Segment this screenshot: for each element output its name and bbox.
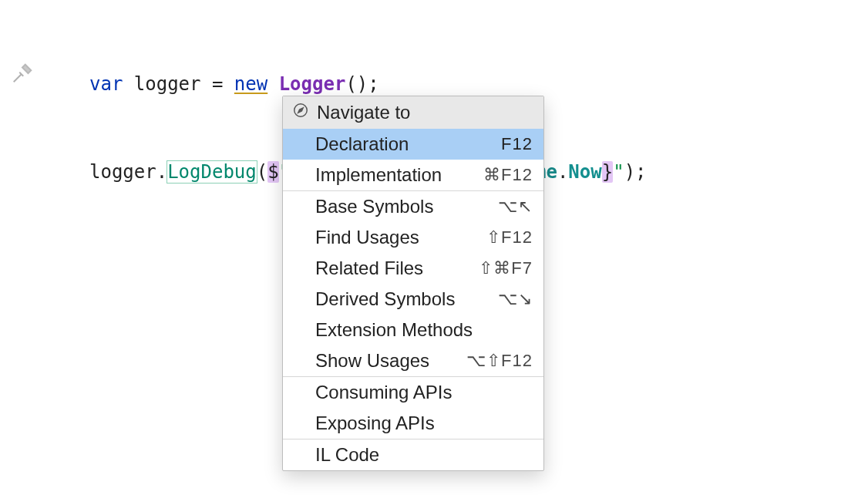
method-logdebug[interactable]: LogDebug xyxy=(167,161,257,183)
menu-item-label: IL Code xyxy=(315,444,379,466)
menu-item-shortcut: ⌘F12 xyxy=(483,165,533,185)
menu-item[interactable]: Consuming APIs xyxy=(283,377,543,408)
menu-item[interactable]: Related Files⇧⌘F7 xyxy=(283,253,543,284)
menu-item-shortcut: ⌥↖ xyxy=(498,197,533,217)
menu-item[interactable]: Implementation⌘F12 xyxy=(283,160,543,190)
menu-item-label: Implementation xyxy=(315,164,442,186)
menu-group: Consuming APIsExposing APIs xyxy=(283,376,543,439)
menu-title: Navigate to xyxy=(317,102,410,123)
menu-item-shortcut: ⌥↘ xyxy=(498,289,533,309)
menu-group: Base Symbols⌥↖Find Usages⇧F12Related Fil… xyxy=(283,190,543,376)
menu-item-label: Consuming APIs xyxy=(315,382,452,403)
menu-item-label: Declaration xyxy=(315,133,409,155)
menu-item[interactable]: Derived Symbols⌥↘ xyxy=(283,284,543,315)
menu-group: DeclarationF12Implementation⌘F12 xyxy=(283,129,543,190)
menu-item-shortcut: ⇧F12 xyxy=(486,227,533,248)
menu-header: Navigate to xyxy=(283,96,543,129)
menu-item[interactable]: Exposing APIs xyxy=(283,408,543,439)
hammer-icon[interactable] xyxy=(11,62,34,85)
menu-item-shortcut: F12 xyxy=(501,134,533,154)
type-logger: Logger xyxy=(279,73,346,95)
menu-item-label: Find Usages xyxy=(315,227,419,248)
menu-item[interactable]: DeclarationF12 xyxy=(283,129,543,160)
member-now: Now xyxy=(568,161,601,183)
menu-item-label: Related Files xyxy=(315,258,423,279)
menu-item-label: Extension Methods xyxy=(315,319,473,341)
interp-dollar: $ xyxy=(267,161,278,183)
menu-item-shortcut: ⇧⌘F7 xyxy=(479,258,533,278)
menu-item[interactable]: Find Usages⇧F12 xyxy=(283,222,543,253)
menu-item-label: Derived Symbols xyxy=(315,288,455,310)
menu-group: IL Code xyxy=(283,439,543,470)
menu-item[interactable]: IL Code xyxy=(283,439,543,470)
menu-item-shortcut: ⌥⇧F12 xyxy=(466,351,533,371)
navigate-to-menu: Navigate to DeclarationF12Implementation… xyxy=(282,96,544,471)
keyword-var: var xyxy=(89,73,123,95)
menu-item[interactable]: Show Usages⌥⇧F12 xyxy=(283,345,543,376)
menu-item-label: Exposing APIs xyxy=(315,412,435,434)
menu-item[interactable]: Extension Methods xyxy=(283,315,543,345)
keyword-new: new xyxy=(234,73,267,95)
menu-item[interactable]: Base Symbols⌥↖ xyxy=(283,191,543,222)
code-line-1: var logger = new Logger(); xyxy=(89,69,647,99)
compass-icon xyxy=(292,102,309,123)
menu-item-label: Base Symbols xyxy=(315,196,433,217)
menu-item-label: Show Usages xyxy=(315,350,429,372)
